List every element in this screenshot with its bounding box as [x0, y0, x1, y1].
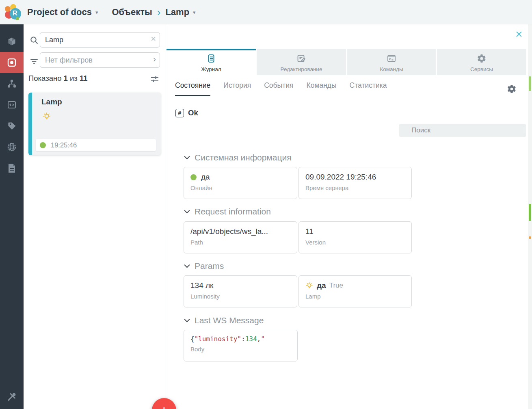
objects-list-panel: × › Показано 1 из 11 Lamp 19:25:46 +	[24, 24, 166, 409]
rail-item-objects[interactable]	[0, 52, 24, 73]
section-request-cards: /api/v1/objects/ws_la... Path 11 Version	[184, 221, 412, 253]
chevron-right-icon[interactable]: ›	[153, 54, 156, 64]
close-icon[interactable]: ×	[515, 28, 523, 40]
section-params-cards: 134 лк Luminosity да True Lamp	[184, 275, 412, 307]
info-card-version[interactable]: 11 Version	[298, 221, 412, 253]
tab-services[interactable]: Сервисы	[437, 49, 526, 75]
rail-item-tools[interactable]	[0, 386, 24, 407]
info-card-lamp[interactable]: да True Lamp	[298, 275, 412, 307]
document-icon	[7, 163, 16, 173]
subtab-commands[interactable]: Команды	[306, 81, 336, 96]
chevron-down-icon[interactable]: ▾	[95, 9, 98, 15]
rail-item-automation[interactable]	[0, 73, 24, 94]
top-bar: R Project of docs ▾ Объекты › Lamp ▾	[0, 0, 532, 24]
shown-count-text: Показано 1 из 11	[28, 74, 88, 83]
subtab-history[interactable]: История	[223, 81, 251, 96]
chevron-down-icon[interactable]: ▾	[193, 9, 196, 15]
card-value: 09.09.2022 19:25:46	[305, 173, 376, 182]
section-title: Request information	[195, 207, 271, 216]
card-value: да	[317, 281, 326, 290]
subtab-statistics[interactable]: Статистика	[350, 81, 387, 96]
terminal-icon	[387, 54, 396, 63]
info-card-online[interactable]: да Онлайн	[184, 167, 297, 199]
state-hash-icon: #	[175, 109, 184, 117]
journal-subtabs: Состояние История События Команды Статис…	[175, 81, 387, 96]
rail-item-docs[interactable]	[0, 158, 24, 179]
card-value: 11	[305, 227, 314, 236]
subtab-events[interactable]: События	[264, 81, 293, 96]
info-card-ws-body[interactable]: {"luminosity": 134, " Body	[184, 330, 298, 361]
scroll-marker	[529, 236, 531, 239]
section-ws-header[interactable]: Last WS Message	[184, 316, 264, 325]
services-gear-icon	[477, 54, 487, 63]
objects-search-input[interactable]	[40, 32, 160, 48]
chevron-down-icon	[184, 263, 190, 269]
clear-search-icon[interactable]: ×	[151, 34, 156, 44]
rail-item-network[interactable]	[0, 136, 24, 158]
nav-rail	[0, 24, 24, 409]
main-tabs: Журнал Редактирование Команды Сервисы	[167, 49, 526, 75]
tab-journal[interactable]: Журнал	[167, 49, 256, 75]
object-card-title: Lamp	[41, 97, 62, 106]
object-state-row: # Ok	[175, 108, 198, 117]
object-detail-panel: × Журнал Редактирование Команды Сервисы	[166, 24, 528, 409]
bulb-icon	[42, 112, 51, 121]
section-params-header[interactable]: Params	[184, 261, 224, 271]
filter-icon	[30, 57, 39, 66]
card-extra-value: True	[329, 281, 343, 290]
tab-commands[interactable]: Команды	[347, 49, 436, 75]
code-icon	[7, 100, 17, 110]
scrollbar[interactable]	[528, 24, 532, 409]
models-cube-icon	[7, 37, 17, 46]
info-card-server-time[interactable]: 09.09.2022 19:25:46 Время сервера	[298, 167, 412, 199]
object-card-stripe	[28, 93, 32, 155]
info-card-luminosity[interactable]: 134 лк Luminosity	[184, 275, 297, 307]
card-label: Lamp	[305, 293, 405, 300]
state-settings-gear-icon[interactable]	[507, 84, 517, 94]
state-value: Ok	[188, 108, 198, 117]
ws-body-code: {"luminosity": 134, "	[190, 335, 291, 343]
breadcrumb-object[interactable]: Lamp	[165, 7, 189, 17]
journal-icon	[206, 54, 216, 63]
project-selector[interactable]: Project of docs	[27, 7, 92, 17]
section-title: Last WS Message	[195, 316, 264, 325]
section-ws-cards: {"luminosity": 134, " Body	[184, 330, 298, 361]
scroll-marker	[529, 76, 531, 91]
section-system-header[interactable]: Системная информация	[184, 153, 292, 162]
card-label: Luminosity	[190, 293, 290, 300]
online-dot-icon	[40, 142, 46, 148]
state-search-input[interactable]	[399, 124, 526, 137]
filter-input[interactable]	[40, 52, 160, 68]
card-value: 134 лк	[190, 281, 213, 290]
card-label: Онлайн	[190, 184, 290, 191]
breadcrumb-separator-icon: ›	[157, 8, 161, 16]
section-title: Params	[195, 261, 224, 271]
chevron-down-icon	[184, 318, 190, 323]
edit-icon	[296, 54, 306, 63]
object-card-lamp[interactable]: Lamp 19:25:46	[28, 93, 161, 155]
rail-item-models[interactable]	[0, 31, 24, 52]
card-value: /api/v1/objects/ws_la...	[190, 227, 268, 236]
rail-item-tags[interactable]	[0, 115, 24, 136]
tools-icon	[7, 392, 17, 402]
info-card-path[interactable]: /api/v1/objects/ws_la... Path	[184, 221, 297, 253]
subtab-state[interactable]: Состояние	[175, 81, 210, 96]
card-label: Время сервера	[305, 184, 405, 191]
section-title: Системная информация	[195, 153, 292, 162]
objects-icon	[6, 57, 17, 68]
online-dot-icon	[190, 174, 197, 180]
search-icon	[30, 36, 39, 45]
rail-item-handlers[interactable]	[0, 94, 24, 115]
section-request-header[interactable]: Request information	[184, 207, 271, 216]
automation-tree-icon	[7, 79, 17, 89]
card-label: Path	[190, 239, 290, 246]
app-logo[interactable]: R	[4, 3, 22, 21]
bulb-icon	[305, 282, 313, 290]
card-label: Body	[190, 346, 291, 353]
section-system-cards: да Онлайн 09.09.2022 19:25:46 Время серв…	[184, 167, 412, 199]
tab-editing[interactable]: Редактирование	[257, 49, 346, 75]
list-settings-icon[interactable]	[150, 75, 159, 84]
breadcrumb-section[interactable]: Объекты	[112, 7, 152, 17]
chevron-down-icon	[184, 155, 190, 160]
scroll-marker	[529, 204, 531, 221]
